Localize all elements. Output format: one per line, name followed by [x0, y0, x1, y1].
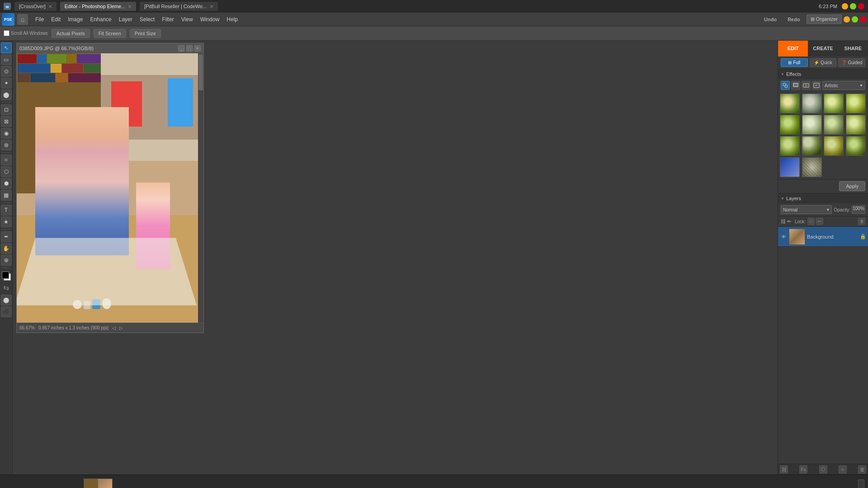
quick-mask-tool[interactable]: ⬤	[1, 295, 12, 305]
eraser-tool[interactable]: ⬡	[1, 166, 12, 177]
photo-effects-icon[interactable]	[802, 81, 811, 90]
tab-pitbull[interactable]: [PitBull Reseller | CodeWe... ✕	[140, 2, 217, 11]
menu-help[interactable]: Help	[223, 14, 241, 24]
opacity-value[interactable]: 100%	[852, 206, 865, 214]
effect-thumb-10[interactable]	[802, 136, 822, 156]
move-tool[interactable]: ↖	[1, 42, 12, 53]
tab-crossover[interactable]: [CrossOver] ✕	[14, 2, 57, 11]
lock-paint-icon[interactable]: ✏	[816, 218, 823, 225]
zoom-tool[interactable]: ⊕	[1, 255, 12, 266]
lasso-tool[interactable]: ⊙	[1, 66, 12, 77]
print-size-button[interactable]: Print Size	[130, 29, 161, 38]
recompose-tool[interactable]: ⊠	[1, 116, 12, 127]
menu-select[interactable]: Select	[136, 14, 158, 24]
filmstrip-thumbnail-0[interactable]	[84, 479, 113, 488]
mode-full[interactable]: ⊞ Full	[781, 58, 808, 67]
image-minimize-button[interactable]: _	[178, 45, 184, 52]
delete-selected-button[interactable]: 🗑	[858, 465, 866, 474]
brush-tool[interactable]: ⌗	[1, 155, 12, 165]
effect-thumb-9[interactable]	[780, 136, 800, 156]
layer-link-icon[interactable]: ⛓	[781, 219, 786, 225]
effect-thumb-13[interactable]	[780, 157, 800, 177]
gradient-tool[interactable]: ▦	[1, 190, 12, 201]
effect-thumb-2[interactable]	[802, 94, 822, 113]
layers-header[interactable]: ▼ Layers	[778, 193, 868, 203]
hand-tool[interactable]: ✋	[1, 243, 12, 254]
lock-transparent-icon[interactable]: ⬡	[807, 218, 815, 225]
text-tool[interactable]: T	[1, 205, 12, 216]
minimize-button[interactable]	[842, 3, 848, 9]
link-layers-button[interactable]: ⛓	[780, 465, 788, 474]
tab-create[interactable]: CREATE	[808, 41, 838, 56]
vertical-scrollbar[interactable]	[198, 53, 203, 323]
fit-screen-button[interactable]: Fit Screen	[94, 29, 126, 38]
menu-file[interactable]: File	[32, 14, 47, 24]
effect-thumb-3[interactable]	[824, 94, 844, 113]
menu-layer[interactable]: Layer	[115, 14, 136, 24]
magic-wand-tool[interactable]: ✦	[1, 78, 12, 89]
close-button[interactable]	[858, 3, 864, 9]
effect-thumb-7[interactable]	[824, 115, 844, 135]
paint-bucket-tool[interactable]: ⬢	[1, 178, 12, 189]
effect-thumb-11[interactable]	[824, 136, 844, 156]
foreground-color-swatch[interactable]	[2, 272, 9, 279]
filters-icon[interactable]	[781, 81, 790, 90]
layer-lock-icon[interactable]: 🔒	[860, 234, 866, 239]
custom-shape-tool[interactable]: ★	[1, 216, 12, 227]
add-style-button[interactable]: Fx	[799, 465, 807, 474]
effects-category-dropdown[interactable]: Artistic ▼	[822, 81, 865, 90]
undo-button[interactable]: Undo	[760, 15, 781, 24]
photo-text-icon[interactable]	[812, 81, 821, 90]
menu-view[interactable]: View	[178, 14, 197, 24]
layer-visibility-toggle[interactable]: 👁	[780, 233, 787, 240]
menu-image[interactable]: Image	[64, 14, 86, 24]
effect-thumb-12[interactable]	[846, 136, 866, 156]
tab-close-icon[interactable]: ✕	[128, 4, 132, 9]
organizer-button[interactable]: ⊞ Organizer	[807, 14, 842, 24]
menu-edit[interactable]: Edit	[47, 14, 64, 24]
tab-close-icon[interactable]: ✕	[210, 4, 213, 9]
menu-window[interactable]: Window	[197, 14, 223, 24]
effect-thumb-4[interactable]	[846, 94, 866, 113]
layer-styles-icon[interactable]	[791, 81, 800, 90]
effect-thumb-1[interactable]	[780, 94, 800, 113]
spot-heal-tool[interactable]: ⊛	[1, 140, 12, 150]
eyedropper-tool[interactable]: ✒	[1, 231, 12, 242]
menu-enhance[interactable]: Enhance	[86, 14, 115, 24]
effects-header[interactable]: ▼ Effects	[778, 69, 868, 79]
actual-pixels-button[interactable]: Actual Pixels	[52, 29, 90, 38]
menu-filter[interactable]: Filter	[158, 14, 178, 24]
scroll-all-checkbox[interactable]	[4, 30, 9, 36]
marquee-tool[interactable]: ▭	[1, 54, 12, 65]
tab-close-icon[interactable]: ✕	[48, 4, 52, 9]
swap-colors-icon[interactable]: ⇆	[3, 283, 9, 292]
tab-editor[interactable]: Editor - Photoshop Eleme... ✕	[60, 2, 137, 11]
redo-button[interactable]: Redo	[783, 15, 805, 24]
image-restore-button[interactable]: □	[186, 45, 193, 52]
layer-item-background[interactable]: 👁 Background 🔒	[778, 227, 868, 247]
home-button[interactable]: ⌂	[17, 14, 28, 25]
mode-quick[interactable]: ⚡ Quick	[810, 58, 837, 67]
filmstrip-scrollbar[interactable]	[858, 479, 864, 488]
maximize-button[interactable]	[850, 3, 856, 9]
quick-selection-tool[interactable]: ⬤	[1, 89, 12, 100]
main-minimize-button[interactable]	[844, 16, 850, 23]
vertical-scroll-thumb[interactable]	[198, 54, 203, 90]
effect-thumb-6[interactable]	[802, 115, 822, 135]
main-close-button[interactable]	[860, 16, 866, 23]
new-layer-mask-button[interactable]: ⬡	[819, 465, 827, 474]
tab-share[interactable]: SHARE	[838, 41, 868, 56]
effect-thumb-8[interactable]	[846, 115, 866, 135]
layer-brush-icon[interactable]: ✏	[787, 219, 791, 225]
mode-guided[interactable]: ❓ Guided	[838, 58, 865, 67]
nav-right-icon[interactable]: ▷	[119, 325, 123, 330]
blend-mode-dropdown[interactable]: Normal ▼	[781, 205, 832, 214]
delete-layer-button[interactable]: 🗑	[858, 218, 865, 225]
color-swatch[interactable]	[2, 272, 11, 281]
apply-button[interactable]: Apply	[839, 181, 865, 191]
effect-thumb-5[interactable]	[780, 115, 800, 135]
effect-thumb-14[interactable]	[802, 157, 822, 177]
main-maximize-button[interactable]	[852, 16, 858, 23]
new-layer-button[interactable]: +	[839, 465, 847, 474]
red-eye-tool[interactable]: ◉	[1, 128, 12, 139]
